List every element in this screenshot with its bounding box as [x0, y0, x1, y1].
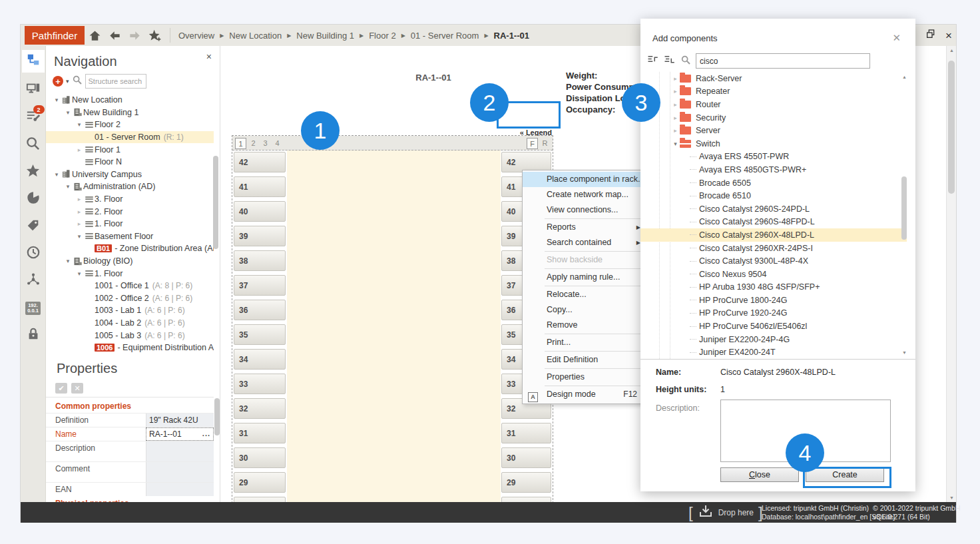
component-tree-scrollbar[interactable]: ▲ ▼: [901, 73, 908, 356]
rack-unit-row[interactable]: 4242: [232, 150, 553, 175]
add-node-button[interactable]: +: [53, 76, 63, 87]
unit-number-left[interactable]: 40: [234, 201, 286, 222]
breadcrumb-item[interactable]: Overview: [178, 31, 214, 41]
collapse-all-icon[interactable]: [664, 54, 676, 69]
collapse-icon[interactable]: ▾: [64, 258, 72, 264]
component-tree-item[interactable]: Cisco Catalyst 2960S-48FPD-L: [640, 216, 907, 229]
component-tree-item[interactable]: Brocade 6510: [640, 189, 907, 202]
component-tree-item[interactable]: ▸Security: [640, 111, 907, 125]
tree-item[interactable]: ▸1006- Equipment Distribution Area (I: [46, 342, 214, 354]
rack-unit-row[interactable]: 4141: [232, 175, 553, 200]
tree-item[interactable]: ▸1004 - Lab 2(A: 6 | P: 6): [46, 317, 214, 330]
sidebar-item-history[interactable]: [22, 244, 45, 264]
rack-view-button[interactable]: 4: [272, 138, 282, 148]
close-icon[interactable]: ×: [945, 30, 952, 41]
property-value[interactable]: [146, 441, 214, 461]
apply-icon[interactable]: ✔: [55, 383, 67, 394]
sidebar-item-lock[interactable]: [22, 326, 45, 346]
rack-side-button[interactable]: F: [527, 138, 538, 149]
collapse-icon[interactable]: ▾: [75, 270, 83, 277]
unit-number-left[interactable]: 31: [234, 423, 286, 443]
rack-unit-row[interactable]: 3030: [232, 446, 553, 471]
component-tree-item[interactable]: Brocade 6505: [640, 176, 907, 190]
tree-item[interactable]: ▾Basement Floor: [46, 230, 214, 243]
unit-number-left[interactable]: 39: [234, 226, 286, 246]
collapse-icon[interactable]: ▾: [75, 121, 83, 128]
menu-item[interactable]: Remove: [523, 318, 646, 333]
breadcrumb-item[interactable]: New Building 1: [296, 31, 354, 41]
tree-item[interactable]: ▾New Building 1: [46, 107, 214, 119]
menu-item[interactable]: Relocate...: [523, 287, 646, 302]
tree-item[interactable]: ▸Floor N: [46, 156, 214, 168]
tree-item[interactable]: ▾Floor 2: [46, 119, 214, 131]
breadcrumb-item[interactable]: New Location: [229, 31, 282, 41]
sidebar-item-charts[interactable]: [22, 189, 45, 209]
tree-item[interactable]: ▸1001 - Office 1(A: 8 | P: 6): [46, 280, 214, 292]
sidebar-item-tasks[interactable]: 2: [22, 107, 45, 127]
collapse-icon[interactable]: ▾: [671, 140, 680, 147]
rack-view-button[interactable]: 1: [235, 138, 246, 149]
sidebar-item-tags[interactable]: [22, 216, 45, 236]
component-tree-item[interactable]: Juniper EX2200-24P-4G: [640, 333, 907, 346]
navigation-scrollbar[interactable]: [213, 156, 218, 249]
expand-icon[interactable]: ▸: [671, 88, 680, 95]
breadcrumb-item[interactable]: Floor 2: [369, 31, 395, 41]
properties-scrollbar[interactable]: [214, 398, 220, 435]
scrollbar-thumb[interactable]: [948, 61, 955, 194]
collapse-icon[interactable]: ▾: [64, 183, 72, 190]
menu-item[interactable]: Copy...: [523, 302, 646, 318]
menu-item[interactable]: Print...: [523, 335, 646, 350]
tree-item[interactable]: ▸Floor 1: [46, 143, 214, 156]
breadcrumb-item[interactable]: 01 - Server Room: [411, 31, 479, 41]
tree-item[interactable]: ▸2. Floor: [46, 205, 214, 218]
favorite-add-icon[interactable]: [144, 27, 164, 44]
property-value[interactable]: 19" Rack 42U: [146, 413, 214, 427]
sidebar-item-ip[interactable]: 192.0.0.1: [22, 298, 45, 318]
menu-item[interactable]: Properties: [523, 370, 646, 385]
tree-item[interactable]: ▸1005 - Lab 3(A: 6 | P: 6): [46, 329, 214, 342]
component-tree-item[interactable]: ▸Repeater: [640, 85, 907, 99]
sidebar-item-structure[interactable]: [22, 50, 45, 73]
rack-side-button[interactable]: R: [540, 138, 550, 148]
scroll-up-icon[interactable]: ▲: [901, 75, 907, 79]
forward-icon[interactable]: [124, 27, 144, 44]
property-value[interactable]: RA-1--01...: [146, 427, 214, 441]
ellipsis-button[interactable]: ...: [202, 429, 210, 437]
rack-unit-row[interactable]: 3737: [232, 274, 553, 298]
rack-unit-row[interactable]: 3939: [232, 224, 553, 249]
expand-icon[interactable]: ▸: [671, 75, 680, 82]
unit-number-left[interactable]: 32: [234, 398, 286, 419]
navigation-close-icon[interactable]: ×: [206, 51, 212, 62]
expand-icon[interactable]: ▸: [671, 101, 680, 108]
menu-item[interactable]: Apply naming rule...: [523, 270, 646, 285]
component-tree-item[interactable]: Juniper EX4200-24T: [640, 346, 907, 359]
unit-number-left[interactable]: 41: [234, 176, 286, 197]
component-tree-item[interactable]: HP ProCurve 1920-24G: [640, 307, 907, 320]
tree-item[interactable]: ▾1. Floor: [46, 267, 214, 280]
component-tree-item[interactable]: HP ProCurve 1800-24G: [640, 294, 907, 307]
unit-number-left[interactable]: 42: [234, 152, 286, 172]
unit-number-left[interactable]: 35: [234, 324, 286, 345]
expand-all-icon[interactable]: [647, 54, 659, 69]
component-tree-item[interactable]: Cisco Catalyst 9300L-48P-4X: [640, 254, 907, 268]
tree-item[interactable]: ▾Administration (AD): [46, 180, 214, 193]
property-value[interactable]: [146, 462, 214, 482]
expand-icon[interactable]: ▸: [75, 220, 83, 227]
unit-number-left[interactable]: 29: [234, 472, 286, 493]
tree-item[interactable]: ▸1. Floor: [46, 218, 214, 230]
scroll-down-icon[interactable]: ▼: [901, 350, 907, 355]
unit-number-left[interactable]: 30: [234, 447, 286, 468]
tree-item[interactable]: ▸1002 - Office 2(A: 6 | P: 6): [46, 292, 214, 305]
menu-item[interactable]: Edit Definition: [523, 352, 646, 368]
unit-number-left[interactable]: 33: [234, 374, 286, 394]
expand-icon[interactable]: ▸: [75, 196, 83, 202]
component-tree-item[interactable]: Cisco Nexus 9504: [640, 268, 907, 281]
tree-item[interactable]: ▸01 - Server Room(R: 1): [46, 131, 214, 144]
unit-number-right[interactable]: 31: [501, 423, 551, 443]
unit-number-left[interactable]: 36: [234, 300, 286, 320]
rack-unit-row[interactable]: 2828: [232, 495, 553, 502]
expand-icon[interactable]: ▸: [671, 115, 680, 121]
tree-item[interactable]: ▾University Campus: [46, 168, 214, 181]
rack-view-button[interactable]: 3: [260, 138, 270, 148]
expand-icon[interactable]: ▸: [75, 146, 83, 153]
